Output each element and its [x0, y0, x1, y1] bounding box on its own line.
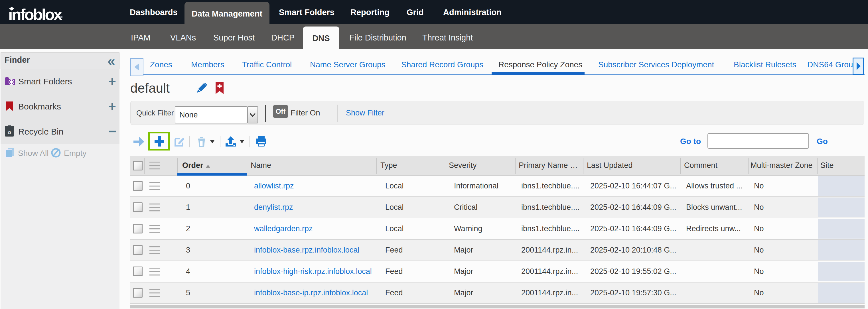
- svg-text:♻: ♻: [7, 130, 11, 135]
- svg-text:ınfoblox: ınfoblox: [8, 6, 62, 23]
